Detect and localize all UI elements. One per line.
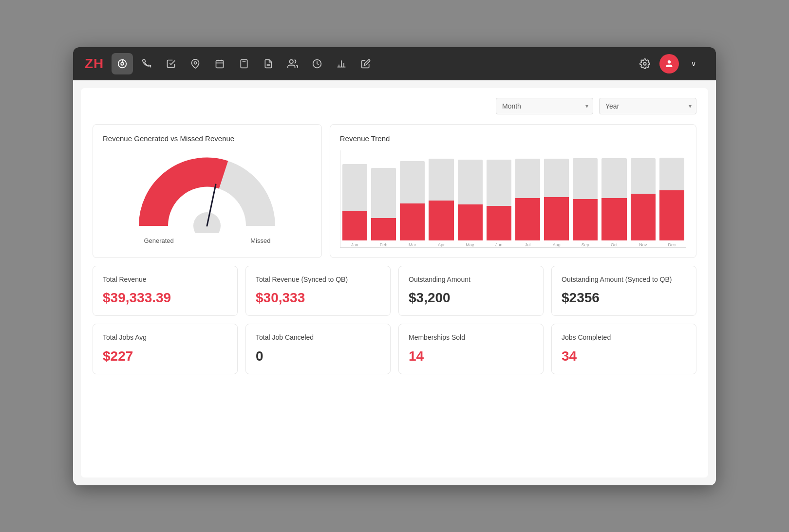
logo: ZH: [85, 56, 104, 72]
app-window: ZH: [73, 47, 716, 485]
bar-group: Dec: [659, 150, 684, 247]
dashboard-nav-btn[interactable]: [112, 53, 133, 74]
svg-rect-4: [216, 60, 224, 68]
stats-row-1: Total Revenue$39,333.39Total Revenue (Sy…: [93, 266, 696, 316]
stat-card: Memberships Sold14: [398, 324, 544, 374]
bar-bottom: [573, 199, 598, 240]
stat-label: Outstanding Amount (Synced to QB): [562, 275, 686, 285]
bar-label: Jan: [351, 242, 358, 247]
user-avatar-btn[interactable]: [659, 54, 679, 73]
clock-nav-btn[interactable]: [306, 53, 328, 74]
stat-card: Jobs Completed34: [551, 324, 696, 374]
bar-label: Oct: [611, 242, 618, 247]
bar-label: Aug: [553, 242, 561, 247]
gauge-card: Revenue Generated vs Missed Revenue Gene…: [93, 124, 322, 258]
bar-top: [659, 158, 684, 190]
stat-value: $30,333: [256, 290, 380, 306]
team-nav-btn[interactable]: [282, 53, 303, 74]
bar-label: Nov: [639, 242, 647, 247]
stat-card: Outstanding Amount$3,200: [398, 266, 544, 316]
bar-top: [429, 159, 453, 201]
bar-bottom: [631, 194, 656, 240]
bar-bottom: [544, 197, 569, 240]
bar-label: Sep: [582, 242, 589, 247]
edit-nav-btn[interactable]: [355, 53, 376, 74]
bar-top: [487, 160, 511, 206]
logo-text: H: [94, 56, 104, 71]
bar-label: May: [466, 242, 474, 247]
bar-top: [573, 158, 598, 199]
bar-top: [601, 158, 626, 198]
settings-btn[interactable]: [634, 53, 656, 74]
filter-row: Month JanuaryFebruaryMarch AprilMayJune …: [93, 98, 696, 114]
bar-bottom: [371, 218, 396, 240]
stat-label: Jobs Completed: [562, 333, 686, 343]
location-nav-btn[interactable]: [185, 53, 206, 74]
user-menu-chevron[interactable]: ∨: [683, 53, 704, 74]
bar-group: Oct: [601, 150, 626, 247]
stat-value: 14: [409, 349, 533, 364]
stat-label: Total Job Canceled: [256, 333, 380, 343]
svg-point-18: [290, 59, 293, 63]
stat-label: Memberships Sold: [409, 333, 533, 343]
bar-group: Jan: [342, 150, 367, 247]
gauge-generated-label: Generated: [144, 237, 173, 244]
bar-bottom: [601, 198, 626, 240]
gauge-labels: Generated Missed: [144, 237, 270, 244]
stat-card: Total Job Canceled0: [245, 324, 391, 374]
bar-bottom: [487, 206, 511, 240]
svg-point-3: [194, 61, 197, 64]
phone-nav-btn[interactable]: [136, 53, 157, 74]
bar-top: [544, 159, 569, 197]
bar-bottom: [458, 204, 483, 240]
bar-top: [400, 161, 425, 203]
stat-label: Total Revenue: [103, 275, 227, 285]
calendar-nav-btn[interactable]: [209, 53, 230, 74]
stat-label: Outstanding Amount: [409, 275, 533, 285]
stat-card: Outstanding Amount (Synced to QB)$2356: [551, 266, 696, 316]
year-select[interactable]: Year 2024202320222021: [599, 98, 696, 114]
stat-value: 34: [562, 349, 686, 364]
stat-card: Total Jobs Avg$227: [93, 324, 238, 374]
bar-group: Jun: [487, 150, 511, 247]
checklist-nav-btn[interactable]: [160, 53, 182, 74]
stat-value: $39,333.39: [103, 290, 227, 306]
bar-top: [631, 158, 656, 194]
stat-value: $2356: [562, 290, 686, 306]
svg-point-25: [668, 60, 671, 63]
nav-right: ∨: [634, 53, 704, 74]
gauge-title: Revenue Generated vs Missed Revenue: [103, 134, 312, 143]
bar-label: Jun: [495, 242, 503, 247]
bar-top: [458, 160, 483, 204]
bar-top: [515, 159, 540, 198]
bar-group: May: [458, 150, 483, 247]
bar-label: Mar: [409, 242, 416, 247]
gauge-container: Generated Missed: [103, 150, 312, 244]
bar-top: [371, 168, 396, 218]
charts-row: Revenue Generated vs Missed Revenue Gene…: [93, 124, 696, 258]
svg-rect-8: [241, 59, 247, 68]
bar-label: Apr: [438, 242, 445, 247]
svg-point-24: [643, 62, 646, 65]
document-nav-btn[interactable]: [258, 53, 279, 74]
svg-point-1: [121, 62, 124, 65]
bar-bottom: [429, 201, 453, 240]
stat-label: Total Jobs Avg: [103, 333, 227, 343]
bar-bottom: [342, 211, 367, 240]
bar-label: Jul: [525, 242, 531, 247]
chart-nav-btn[interactable]: [331, 53, 352, 74]
calculator-nav-btn[interactable]: [233, 53, 255, 74]
revenue-trend-title: Revenue Trend: [340, 134, 686, 143]
bar-group: Feb: [371, 150, 396, 247]
navbar: ZH: [73, 47, 716, 80]
bar-group: Mar: [400, 150, 425, 247]
stat-value: $3,200: [409, 290, 533, 306]
revenue-trend-chart: JanFebMarAprMayJunJulAugSepOctNovDec: [340, 150, 686, 248]
logo-accent: Z: [85, 56, 94, 71]
bar-label: Feb: [380, 242, 388, 247]
gauge-svg: [139, 155, 275, 233]
bar-group: Aug: [544, 150, 569, 247]
bar-bottom: [659, 190, 684, 240]
year-filter-wrapper: Year 2024202320222021 ▾: [599, 98, 696, 114]
month-select[interactable]: Month JanuaryFebruaryMarch AprilMayJune …: [496, 98, 593, 114]
